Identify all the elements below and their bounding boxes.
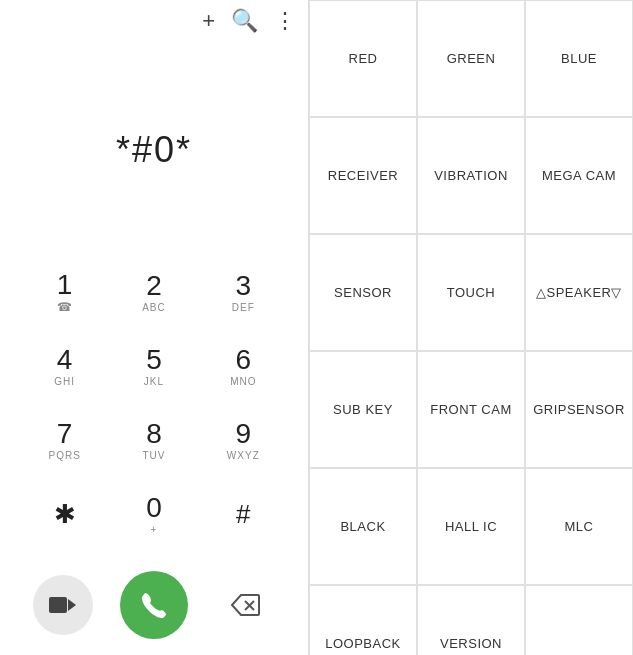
key-7[interactable]: 7 PQRS <box>25 405 105 475</box>
svg-marker-1 <box>68 599 76 611</box>
test-cell-touch[interactable]: TOUCH <box>417 234 525 351</box>
keypad: 1 ☎ 2 ABC 3 DEF 4 GHI 5 JKL 6 <box>0 257 308 563</box>
test-cell-sub-key[interactable]: SUB KEY <box>309 351 417 468</box>
video-call-button[interactable] <box>33 575 93 635</box>
test-cell-sensor[interactable]: SENSOR <box>309 234 417 351</box>
test-cell-gripsensor[interactable]: GRIPSENSOR <box>525 351 633 468</box>
phone-icon <box>139 590 169 620</box>
call-button[interactable] <box>120 571 188 639</box>
delete-button[interactable] <box>215 575 275 635</box>
key-2[interactable]: 2 ABC <box>114 257 194 327</box>
search-icon[interactable]: 🔍 <box>231 8 258 34</box>
add-icon[interactable]: + <box>202 8 215 34</box>
test-cell-vibration[interactable]: VIBRATION <box>417 117 525 234</box>
key-hash[interactable]: # <box>203 479 283 549</box>
dialer-input-text: *#0* <box>116 129 192 171</box>
key-3[interactable]: 3 DEF <box>203 257 283 327</box>
key-9[interactable]: 9 WXYZ <box>203 405 283 475</box>
svg-rect-0 <box>49 597 67 613</box>
key-0[interactable]: 0 + <box>114 479 194 549</box>
keypad-row-4: ✱ 0 + # <box>20 479 288 549</box>
test-cell-front-cam[interactable]: FRONT CAM <box>417 351 525 468</box>
test-cell-speaker[interactable]: △SPEAKER▽ <box>525 234 633 351</box>
dialer-header: + 🔍 ⋮ <box>0 0 308 42</box>
test-cell-mlc[interactable]: MLC <box>525 468 633 585</box>
backspace-icon <box>230 594 260 616</box>
key-star[interactable]: ✱ <box>25 479 105 549</box>
keypad-row-3: 7 PQRS 8 TUV 9 WXYZ <box>20 405 288 475</box>
test-cell-loopback[interactable]: LOOPBACK <box>309 585 417 655</box>
key-6[interactable]: 6 MNO <box>203 331 283 401</box>
test-cell- <box>525 585 633 655</box>
test-cell-receiver[interactable]: RECEIVER <box>309 117 417 234</box>
test-cell-green[interactable]: GREEN <box>417 0 525 117</box>
test-cell-black[interactable]: BLACK <box>309 468 417 585</box>
key-8[interactable]: 8 TUV <box>114 405 194 475</box>
video-icon <box>49 595 77 615</box>
key-5[interactable]: 5 JKL <box>114 331 194 401</box>
test-cell-blue[interactable]: BLUE <box>525 0 633 117</box>
test-cell-version[interactable]: VERSION <box>417 585 525 655</box>
key-4[interactable]: 4 GHI <box>25 331 105 401</box>
keypad-row-2: 4 GHI 5 JKL 6 MNO <box>20 331 288 401</box>
keypad-row-1: 1 ☎ 2 ABC 3 DEF <box>20 257 288 327</box>
dialer-display: *#0* <box>0 42 308 257</box>
more-icon[interactable]: ⋮ <box>274 8 296 34</box>
key-1[interactable]: 1 ☎ <box>25 257 105 327</box>
test-grid: REDGREENBLUERECEIVERVIBRATIONMEGA CAMSEN… <box>309 0 633 655</box>
dialer-panel: + 🔍 ⋮ *#0* 1 ☎ 2 ABC 3 DEF 4 GHI <box>0 0 308 655</box>
test-panel: REDGREENBLUERECEIVERVIBRATIONMEGA CAMSEN… <box>308 0 633 655</box>
test-cell-hall-ic[interactable]: HALL IC <box>417 468 525 585</box>
test-cell-mega-cam[interactable]: MEGA CAM <box>525 117 633 234</box>
test-cell-red[interactable]: RED <box>309 0 417 117</box>
dialer-actions <box>0 563 308 655</box>
